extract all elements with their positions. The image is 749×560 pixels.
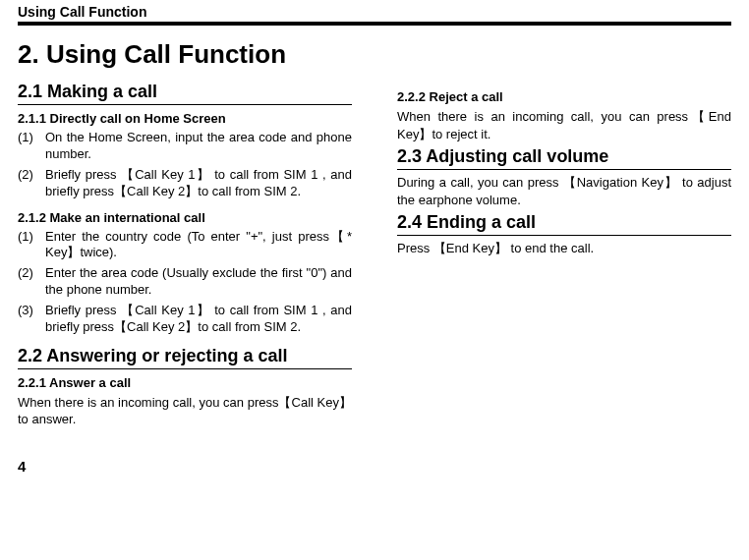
running-header: Using Call Function xyxy=(18,0,731,22)
list-item: (1) Enter the country code (To enter "+"… xyxy=(18,229,352,262)
list-item: (2) Enter the area code (Usually exclude… xyxy=(18,265,352,299)
content-columns: 2.1 Making a call 2.1.1 Directly call on… xyxy=(18,80,731,432)
section-2-1-2-title: 2.1.2 Make an international call xyxy=(18,210,352,225)
section-2-4-text: Press 【End Key】 to end the call. xyxy=(397,240,731,257)
section-2-2-2-title: 2.2.2 Reject a call xyxy=(397,89,731,104)
column-left: 2.1 Making a call 2.1.1 Directly call on… xyxy=(18,80,352,432)
chapter-title: 2. Using Call Function xyxy=(18,39,731,70)
section-2-2-1-text: When there is an incoming call, you can … xyxy=(18,394,352,428)
list-text: Enter the country code (To enter "+", ju… xyxy=(45,229,352,262)
section-2-4-rule xyxy=(397,235,731,236)
list-item: (2) Briefly press 【Call Key 1】 to call f… xyxy=(18,167,352,200)
list-text: Enter the area code (Usually exclude the… xyxy=(45,265,352,299)
section-2-2-1-title: 2.2.1 Answer a call xyxy=(18,375,352,390)
section-2-1-1-title: 2.1.1 Directly call on Home Screen xyxy=(18,111,352,126)
section-2-1-2-list: (1) Enter the country code (To enter "+"… xyxy=(18,229,352,336)
section-2-3-title: 2.3 Adjusting call volume xyxy=(397,146,731,167)
list-text: Briefly press 【Call Key 1】 to call from … xyxy=(45,167,352,200)
list-text: Briefly press 【Call Key 1】 to call from … xyxy=(45,303,352,336)
section-2-2-title: 2.2 Answering or rejecting a call xyxy=(18,346,352,366)
column-right: 2.2.2 Reject a call When there is an inc… xyxy=(397,80,731,432)
list-number: (1) xyxy=(18,229,45,262)
list-item: (1) On the Home Screen, input the area c… xyxy=(18,130,352,163)
list-number: (2) xyxy=(18,265,45,299)
section-2-1-rule xyxy=(18,104,352,105)
header-rule-bottom xyxy=(18,23,731,26)
section-2-3-rule xyxy=(397,169,731,170)
section-2-1-1-list: (1) On the Home Screen, input the area c… xyxy=(18,130,352,200)
section-2-1-title: 2.1 Making a call xyxy=(18,82,352,102)
list-item: (3) Briefly press 【Call Key 1】 to call f… xyxy=(18,303,352,336)
list-text: On the Home Screen, input the area code … xyxy=(45,130,352,163)
list-number: (3) xyxy=(18,303,45,336)
section-2-4-title: 2.4 Ending a call xyxy=(397,212,731,233)
page-number: 4 xyxy=(18,458,731,475)
section-2-2-2-text: When there is an incoming call, you can … xyxy=(397,108,731,142)
list-number: (2) xyxy=(18,167,45,200)
list-number: (1) xyxy=(18,130,45,163)
section-2-3-text: During a call, you can press 【Navigation… xyxy=(397,174,731,208)
section-2-2-rule xyxy=(18,368,352,369)
